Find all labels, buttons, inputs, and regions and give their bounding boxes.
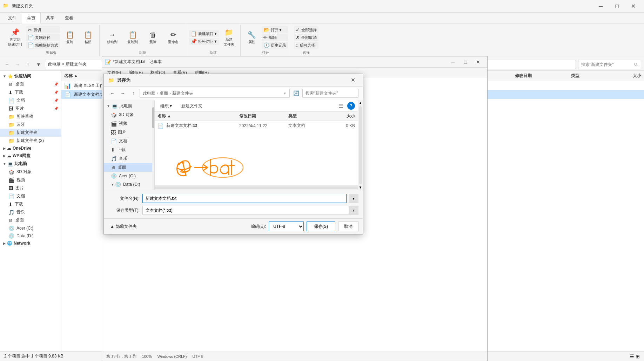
properties-button[interactable]: 🔧 属性 [243, 29, 260, 46]
paste-button[interactable]: 📋 粘贴 [80, 29, 96, 46]
sidebar-onedrive-header[interactable]: ▶ ☁ OneDrive [0, 145, 61, 152]
move-to-button[interactable]: → 移动到 [102, 29, 122, 46]
vscroll-down[interactable]: ▼ [358, 185, 363, 190]
dialog-sidebar-datad[interactable]: ▼ 💿 Data (D:) [104, 180, 154, 189]
dialog-sidebar-thispc[interactable]: ▼ 💻 此电脑 [104, 102, 154, 110]
sidebar-item-music[interactable]: 🎵 音乐 [0, 208, 61, 216]
edit-button[interactable]: ✏ 编辑 [262, 34, 288, 41]
notepad-minimize[interactable]: ─ [447, 56, 459, 68]
dialog-sidebar-3d[interactable]: 🎲 3D 对象 [104, 110, 154, 119]
open-button[interactable]: 📂 打开▼ [262, 26, 288, 33]
copy-button[interactable]: 📋 复制 [61, 29, 78, 46]
dialog-sidebar-desktop[interactable]: 🖥 桌面 [104, 163, 154, 172]
tab-view[interactable]: 查看 [60, 13, 79, 23]
sidebar-thispc-header[interactable]: ▼ 💻 此电脑 [0, 160, 61, 168]
sidebar-item-datad[interactable]: 💿 Data (D:) [0, 232, 61, 240]
sidebar-item-acerc[interactable]: 💿 Acer (C:) [0, 224, 61, 232]
up-button[interactable]: ↑ [24, 60, 32, 69]
tab-home[interactable]: 主页 [22, 13, 41, 23]
tab-file[interactable]: 文件 [3, 13, 22, 23]
dialog-refresh-button[interactable]: 🔄 [292, 89, 300, 97]
sidebar-network-header[interactable]: ▶ 🌐 Network [0, 240, 61, 247]
dialog-sidebar-docs[interactable]: 📄 文档 [104, 137, 154, 145]
sidebar-item-desktop2[interactable]: 🖥 桌面 [0, 216, 61, 224]
dialog-sidebar-acerc[interactable]: 💿 Acer (C:) [104, 172, 154, 180]
sidebar-item-newfolder3[interactable]: 📁 新建文件夹 (3) [0, 137, 61, 145]
sidebar-item-desktop[interactable]: 🖥 桌面 📌 [0, 80, 61, 88]
dialog-save-button[interactable]: 保存(S) [307, 222, 335, 231]
deselect-all-button[interactable]: ✗ 全部取消 [294, 34, 318, 41]
dialog-forward-button[interactable]: → [119, 89, 127, 97]
col-header-type[interactable]: 类型 [571, 73, 613, 79]
select-all-button[interactable]: ✓ 全部选择 [294, 26, 318, 33]
dialog-sidebar-music[interactable]: 🎵 音乐 [104, 154, 154, 163]
grid-view-button[interactable]: ⊞ [636, 354, 640, 359]
paste-shortcut-button[interactable]: 📄 粘贴快捷方式 [26, 42, 60, 49]
dialog-cancel-button[interactable]: 取消 [338, 222, 358, 231]
dialog-sidebar-pictures[interactable]: 🖼 图片 [104, 128, 154, 137]
sidebar-item-bluetooth[interactable]: 📁 蓝牙 [0, 121, 61, 129]
sidebar-item-downloads[interactable]: ⬇ 下载 📌 [0, 88, 61, 96]
sidebar-item-downloads2[interactable]: ⬇ 下载 [0, 200, 61, 208]
dialog-col-type[interactable]: 类型 [288, 113, 330, 119]
dialog-scrollbar-track[interactable] [155, 186, 358, 189]
invert-select-button[interactable]: ↕ 反向选择 [294, 42, 318, 49]
sidebar-item-3d[interactable]: 🎲 3D 对象 [0, 168, 61, 176]
tab-share[interactable]: 共享 [41, 13, 60, 23]
sidebar-wps-header[interactable]: ▶ ☁ WPS网盘 [0, 152, 61, 160]
dialog-vscrollbar[interactable]: ▲ ▼ [358, 100, 363, 190]
dialog-organize-button[interactable]: 组织▼ [157, 102, 176, 110]
dialog-filename-input[interactable] [142, 194, 347, 203]
minimize-button[interactable]: ─ [593, 0, 609, 13]
notepad-maximize[interactable]: □ [459, 56, 472, 68]
dialog-close-button[interactable]: ✕ [347, 75, 358, 86]
dialog-sidebar-downloads[interactable]: ⬇ 下载 [104, 145, 154, 154]
dialog-search-input[interactable] [302, 89, 358, 98]
dialog-col-name[interactable]: 名称 ▲ [157, 113, 239, 119]
sidebar-quickaccess-header[interactable]: ▼ ⭐ 快速访问 [0, 72, 61, 80]
close-button[interactable]: ✕ [625, 0, 641, 13]
back-button[interactable]: ← [3, 60, 11, 69]
sidebar-item-pictures[interactable]: 🖼 图片 📌 [0, 104, 61, 113]
rename-button[interactable]: ✏ 重命名 [163, 29, 183, 46]
filename-dropdown-arrow[interactable]: ▼ [349, 194, 358, 203]
dialog-new-folder-button[interactable]: 新建文件夹 [179, 102, 205, 110]
history-button[interactable]: 🕐 历史记录 [262, 42, 288, 49]
delete-button[interactable]: 🗑 删除 [143, 29, 163, 46]
sidebar-item-video[interactable]: 🎬 视频 [0, 176, 61, 184]
dialog-sidebar-video[interactable]: 🎬 视频 [104, 119, 154, 128]
easy-access-button[interactable]: 📌 轻松访问▼ [189, 38, 219, 45]
vscroll-up[interactable]: ▲ [358, 100, 363, 105]
sidebar-item-docs2[interactable]: 📄 文档 [0, 192, 61, 200]
dialog-hide-folders-button[interactable]: ▲ 隐藏文件夹 [108, 223, 139, 230]
sidebar-scrollbar[interactable] [152, 100, 154, 190]
dialog-help-button[interactable]: ? [347, 102, 355, 110]
recent-button[interactable]: ▼ [34, 60, 43, 69]
copy-to-button[interactable]: 📋 复制到 [123, 29, 142, 46]
cut-button[interactable]: ✂ 剪切 [26, 26, 60, 33]
dialog-back-button[interactable]: ← [108, 89, 116, 97]
sidebar-item-pictures2[interactable]: 🖼 图片 [0, 184, 61, 192]
dialog-col-size[interactable]: 大小 [330, 113, 355, 119]
dialog-filetype-select[interactable]: 文本文档(*.txt) [142, 206, 358, 215]
dialog-up-button[interactable]: ↑ [129, 89, 137, 97]
dialog-col-date[interactable]: 修改日期 [239, 113, 288, 119]
sidebar-item-docs[interactable]: 📄 文档 📌 [0, 96, 61, 104]
dialog-file-txt[interactable]: 📄 新建文本文档.txt 2022/4/4 11:22 文本文档 0 KB [155, 121, 358, 130]
sidebar-item-jianying[interactable]: 📁 剪映草稿 [0, 113, 61, 121]
maximize-button[interactable]: □ [609, 0, 625, 13]
copy-path-button[interactable]: 📄 复制路径 [26, 34, 60, 41]
new-folder-button[interactable]: 📁 新建文件夹 [221, 26, 237, 49]
notepad-close[interactable]: ✕ [472, 56, 484, 68]
dialog-encoding-select[interactable]: UTF-8 ANSI [269, 222, 304, 231]
dialog-address-bar[interactable]: 此电脑 › 桌面 › 新建文件夹 ▼ [140, 89, 290, 98]
list-view-button[interactable]: ☰ [630, 354, 634, 359]
sidebar-item-newfolder[interactable]: 📁 新建文件夹 [0, 129, 61, 137]
new-item-button[interactable]: 📋 新建项目▼ [189, 30, 219, 37]
col-header-size[interactable]: 大小 [613, 73, 641, 79]
col-header-date[interactable]: 修改日期 [515, 73, 571, 79]
pin-quickaccess-button[interactable]: 📌 固定到快速访问 [6, 26, 25, 49]
forward-button[interactable]: → [13, 60, 22, 69]
search-input[interactable] [578, 60, 641, 69]
dialog-view-toggle[interactable]: ☰ [336, 102, 346, 110]
